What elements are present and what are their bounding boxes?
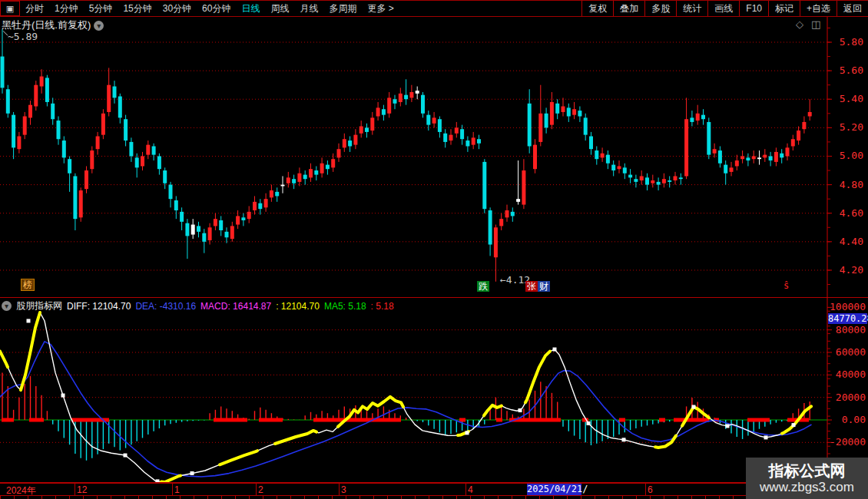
indicator-axis-label: 40000 [836,368,866,380]
indicator-header: ▾ 股朋指标网 DIFF: 12104.70 DEA: -4310.16 MAC… [2,299,394,312]
rise-signal-badge: 张 [525,281,538,292]
candle [713,149,717,154]
time-axis-label-1: 12 [77,484,87,495]
candle [337,149,341,157]
candle [668,180,671,182]
period-tab-8[interactable]: 月线 [294,1,323,16]
period-tabs: 分时1分钟5分钟15分钟30分钟60分钟日线周线月线多周期更多 > [20,1,399,16]
period-tab-7[interactable]: 周线 [265,1,294,16]
candle [718,150,722,164]
toolbar-button-3[interactable]: 统计 [676,1,707,16]
period-tab-1[interactable]: 1分钟 [49,1,84,16]
indicator-name[interactable]: 股朋指标网 [16,299,62,312]
toolbar-button-2[interactable]: 多股 [644,1,676,16]
period-tab-3[interactable]: 15分钟 [118,1,157,16]
candle [460,129,464,139]
candle [113,87,117,98]
candle [489,210,492,245]
candle [348,140,352,146]
price-axis-label: 4.80 [840,179,863,190]
candle [426,115,430,125]
wealth-signal-badge: 财 [538,281,550,292]
period-tab-2[interactable]: 5分钟 [84,1,118,16]
period-tab-10[interactable]: 更多 > [362,1,399,16]
diff-line-marker [124,454,128,458]
dea-value: DEA: -4310.16 [135,301,196,312]
toolbar-button-7[interactable]: +自选 [800,1,837,16]
candle [1,57,5,88]
candle [724,165,727,173]
candle [763,155,767,158]
candle [387,97,391,113]
toolbar-actions: 复权叠加多股统计画线F10标记+自选返回 [581,1,868,16]
toolbar-button-5[interactable]: F10 [739,1,768,16]
candle [163,170,167,183]
period-tab-9[interactable]: 多周期 [323,1,362,16]
candle [45,78,49,102]
candle [79,190,83,217]
candle [455,127,459,133]
ma5-secondary-value: : 5.18 [371,301,394,312]
candle [538,114,542,142]
candle [494,227,498,257]
candle [73,176,77,219]
candle [62,140,66,157]
candle [264,199,268,207]
period-tab-4[interactable]: 30分钟 [157,1,197,16]
candle [353,135,357,145]
candle [370,117,374,131]
candle [578,111,581,116]
split-window-icon[interactable]: ◫ [811,18,820,30]
macd-value: MACD: 16414.87 [200,301,271,312]
candle [40,77,44,87]
toolbar-button-8[interactable]: 返回 [837,1,868,16]
signal-yellow-segment [484,405,502,415]
price-axis-label: 4.40 [840,236,863,247]
window-layout-icon[interactable]: ▣ [0,1,20,16]
signal-yellow-segment [220,451,257,464]
diff-line-marker [190,471,194,475]
time-axis[interactable]: 2025/04/21/一 2024年1212346 [0,482,868,496]
trading-app-window: 5.805.605.405.205.004.804.604.404.201000… [0,0,868,499]
candle [432,117,436,123]
period-tab-5[interactable]: 60分钟 [197,1,236,16]
candle [797,131,800,140]
candle [516,199,520,202]
time-axis-divider [645,484,646,495]
diamond-icon[interactable]: ◇ [796,18,803,30]
diff-line-marker [553,348,557,352]
candle [57,121,61,139]
candle [331,159,335,167]
candle [611,165,615,170]
candle [477,139,481,144]
time-axis-divider [172,484,173,495]
candle [51,104,55,119]
candle [376,107,380,116]
candle [786,147,790,156]
candle [465,140,469,146]
period-tab-0[interactable]: 分时 [20,1,49,16]
candle [707,122,711,155]
diff-line-marker [692,405,696,408]
period-tab-6[interactable]: 日线 [236,1,265,16]
diff-line-marker [518,408,522,412]
price-axis-label: 4.60 [840,207,863,219]
candle [416,91,419,94]
price-axis-label: 5.80 [840,36,863,48]
chart-canvas[interactable]: 5.805.605.405.205.004.804.604.404.201000… [0,0,868,499]
toolbar-button-6[interactable]: 标记 [768,1,800,16]
candle [68,159,71,173]
toolbar-button-1[interactable]: 叠加 [613,1,644,16]
logo-title: 指标公式网 [769,461,846,480]
candle [449,135,453,140]
stock-title[interactable]: 黑牡丹(日线.前复权) ▾ [2,18,104,32]
toolbar-button-0[interactable]: 复权 [581,1,613,16]
indicator-chevron-icon[interactable]: ▾ [2,301,12,311]
candle [230,226,234,239]
chevron-down-icon[interactable]: ▾ [94,21,104,31]
candle [208,227,212,240]
toolbar-button-4[interactable]: 画线 [707,1,739,16]
diff-line-marker [622,438,626,441]
candle [23,117,27,135]
candle [320,164,324,173]
